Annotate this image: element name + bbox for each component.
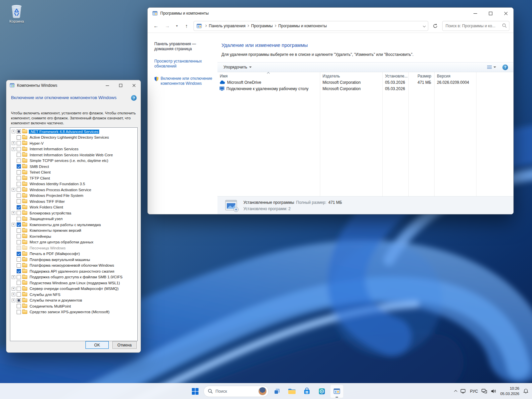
feature-item[interactable]: Соединитель MultiPoint	[10, 303, 137, 309]
feature-checkbox[interactable]	[17, 222, 21, 227]
task-view-button[interactable]	[270, 385, 284, 398]
feature-checkbox[interactable]	[17, 199, 21, 203]
feature-checkbox[interactable]	[17, 281, 21, 285]
column-header[interactable]: Издатель	[320, 72, 382, 79]
photos-app-button[interactable]	[315, 385, 329, 398]
feature-item[interactable]: Защищенный узел	[10, 216, 137, 222]
feature-item[interactable]: Платформа виртуальной машины	[10, 257, 137, 263]
feature-item[interactable]: Песочница Windows	[10, 245, 137, 251]
minimize-button[interactable]	[467, 8, 483, 19]
minimize-button[interactable]	[101, 80, 114, 90]
language-indicator[interactable]: РУС	[470, 389, 478, 394]
feature-checkbox[interactable]	[17, 188, 21, 192]
recycle-bin[interactable]: Корзина	[4, 3, 29, 23]
feature-item[interactable]: TFTP Client	[10, 175, 137, 181]
feature-item[interactable]: +Internet Information Services	[10, 146, 137, 152]
feature-checkbox[interactable]	[17, 176, 21, 180]
feature-checkbox[interactable]	[17, 194, 21, 198]
expand-toggle-icon[interactable]: +	[12, 287, 15, 291]
taskbar-search[interactable]: Поиск	[203, 386, 269, 397]
feature-item[interactable]: Simple TCPIP services (i.e. echo, daytim…	[10, 158, 137, 164]
feature-checkbox[interactable]	[17, 287, 21, 291]
breadcrumb-item[interactable]: Программы и компоненты	[278, 24, 327, 28]
feature-item[interactable]: Платформа низкоуровневой оболочки Window…	[10, 263, 137, 269]
features-window-titlebar[interactable]: Компоненты Windows	[6, 80, 141, 90]
feature-item[interactable]: Печать в PDF (Майкрософт)	[10, 251, 137, 257]
feature-checkbox[interactable]	[17, 159, 21, 163]
sidebar-item-control-panel-home[interactable]: Панель управления — домашняя страница	[154, 42, 215, 52]
expand-toggle-icon[interactable]: +	[12, 211, 15, 215]
cancel-button[interactable]: Отмена	[112, 341, 137, 349]
search-box[interactable]	[442, 21, 509, 31]
feature-item[interactable]: Подсистема Windows для Linux (поддержка …	[10, 280, 137, 286]
expand-toggle-icon[interactable]: +	[12, 293, 15, 296]
feature-checkbox[interactable]	[17, 234, 21, 238]
tray-clock[interactable]: 10:26 05.03.2026	[500, 386, 519, 396]
feature-item[interactable]: Поддержка API удаленного разностного сжа…	[10, 268, 137, 274]
feature-item[interactable]: Windows Projected File System	[10, 193, 137, 199]
feature-item[interactable]: +Поддержка общего доступа к файлам SMB 1…	[10, 274, 137, 280]
microsoft-store-button[interactable]	[300, 385, 314, 398]
column-header[interactable]: Версия	[434, 72, 476, 79]
feature-checkbox[interactable]	[17, 170, 21, 175]
feature-item[interactable]: +Компоненты для работы с мультимедиа	[10, 222, 137, 228]
feature-checkbox[interactable]	[17, 129, 21, 134]
feature-item[interactable]: +.NET Framework 4.8 Advanced Services	[10, 129, 137, 135]
feature-item[interactable]: Internet Information Services Hostable W…	[10, 152, 137, 158]
feature-item[interactable]: Telnet Client	[10, 170, 137, 176]
back-button[interactable]: ←	[152, 22, 160, 30]
column-header[interactable]: Установле...	[382, 72, 408, 79]
feature-checkbox[interactable]	[17, 153, 21, 157]
address-dropdown-icon[interactable]	[423, 24, 426, 27]
forward-button[interactable]: →	[163, 22, 172, 30]
address-bar[interactable]: Панель управленияПрограммыПрограммы и ко…	[194, 21, 428, 31]
breadcrumb-item[interactable]: Программы	[251, 24, 273, 28]
feature-item[interactable]: +Службы печати и документов	[10, 298, 137, 304]
feature-item[interactable]: Work Folders Client	[10, 204, 137, 210]
feature-item[interactable]: Active Directory Lightweight Directory S…	[10, 135, 137, 141]
feature-item[interactable]: SMB Direct	[10, 164, 137, 170]
feature-checkbox[interactable]	[17, 211, 21, 215]
refresh-button[interactable]	[431, 22, 440, 30]
expand-toggle-icon[interactable]: +	[12, 275, 15, 279]
organize-button[interactable]: Упорядочить	[221, 64, 254, 71]
maximize-button[interactable]	[483, 8, 498, 19]
sidebar-item-windows-features[interactable]: Включение или отключение компонентов Win…	[154, 76, 215, 86]
history-dropdown-icon[interactable]: ▾	[174, 22, 180, 30]
ok-button[interactable]: OK	[85, 341, 109, 349]
feature-checkbox[interactable]	[17, 269, 21, 273]
feature-checkbox[interactable]	[17, 292, 21, 297]
volume-icon[interactable]	[491, 389, 496, 394]
feature-checkbox[interactable]	[17, 135, 21, 140]
feature-checkbox[interactable]	[17, 257, 21, 262]
feature-checkbox[interactable]	[17, 298, 21, 303]
feature-item[interactable]: +Блокировка устройства	[10, 210, 137, 216]
view-mode-button[interactable]	[487, 65, 496, 69]
close-button[interactable]	[127, 80, 141, 90]
feature-checkbox[interactable]	[17, 141, 21, 145]
feature-checkbox[interactable]	[17, 182, 21, 186]
up-button[interactable]: ↑	[182, 22, 191, 30]
help-icon[interactable]: ?	[131, 95, 137, 101]
feature-checkbox[interactable]	[17, 275, 21, 279]
feature-item[interactable]: Windows TIFF IFilter	[10, 199, 137, 204]
breadcrumb-item[interactable]: Панель управления	[209, 24, 245, 28]
feature-checkbox[interactable]	[17, 164, 21, 169]
feature-item[interactable]: +Службы для NFS	[10, 292, 137, 298]
feature-item[interactable]: +Hyper-V	[10, 140, 137, 146]
expand-toggle-icon[interactable]: +	[12, 223, 15, 226]
program-row[interactable]: Подключение к удаленному рабочему столуM…	[217, 85, 513, 92]
feature-checkbox[interactable]	[17, 310, 21, 314]
feature-item[interactable]: Контейнеры	[10, 233, 137, 239]
feature-item[interactable]: Компоненты прежних версий	[10, 228, 137, 234]
search-input[interactable]	[442, 21, 509, 31]
expand-toggle-icon[interactable]: +	[12, 299, 15, 302]
tray-chevron-up-icon[interactable]	[455, 390, 457, 392]
feature-item[interactable]: +Сервер очереди сообщений Майкрософт (MS…	[10, 286, 137, 292]
expand-toggle-icon[interactable]: +	[12, 188, 15, 192]
expand-toggle-icon[interactable]: +	[12, 141, 15, 145]
notification-bell-icon[interactable]	[523, 388, 529, 394]
feature-item[interactable]: +Windows Process Activation Service	[10, 187, 137, 193]
feature-item[interactable]: Мост для центра обработки данных	[10, 239, 137, 245]
feature-checkbox[interactable]	[17, 240, 21, 244]
